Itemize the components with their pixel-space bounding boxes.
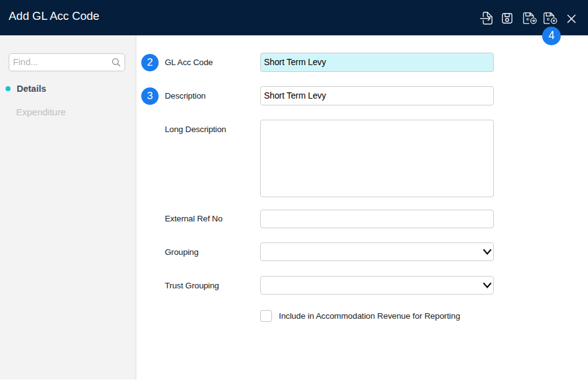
svg-text:c: c xyxy=(547,16,550,22)
svg-text:c: c xyxy=(527,16,530,22)
